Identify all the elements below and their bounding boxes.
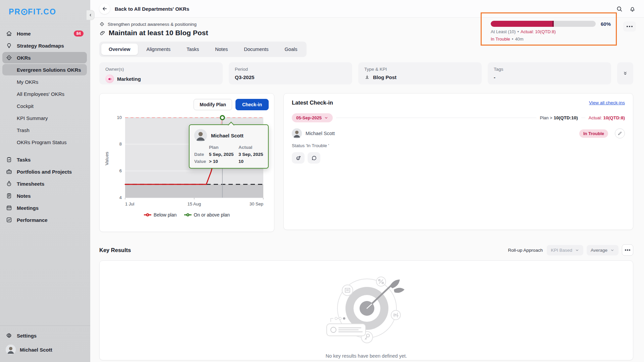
- sidebar-item-timesheets[interactable]: Timesheets: [2, 178, 87, 189]
- sidebar-user[interactable]: Michael Scott: [0, 342, 90, 357]
- comment-button[interactable]: [308, 152, 320, 164]
- sidebar-item-strategy-roadmaps[interactable]: Strategy Roadmaps: [2, 40, 87, 51]
- checkin-plan-value: 10(QTD:10): [554, 115, 578, 120]
- time-text: 40m: [515, 37, 523, 42]
- checkin-marker: [220, 116, 224, 120]
- tooltip-row-date: Date: [194, 152, 209, 157]
- tab-goals[interactable]: Goals: [277, 44, 305, 55]
- modify-plan-button[interactable]: Modify Plan: [194, 99, 232, 110]
- y-tick: 6: [119, 168, 122, 173]
- sidebar-item-label: Home: [17, 31, 31, 37]
- progress-chart-card: Modify Plan Check-in: [99, 93, 274, 232]
- checkin-plan-label: Plan >: [540, 115, 552, 120]
- checkin-status-text: Status 'In Trouble ': [292, 143, 625, 148]
- sidebar-item-label: OKRs Program Status: [17, 139, 66, 145]
- x-tick: 1 Jul: [125, 201, 135, 206]
- chart-legend: Below plan On or above plan: [100, 212, 274, 218]
- owner-card[interactable]: Owner(s) Marketing: [99, 62, 223, 84]
- key-results-more-button[interactable]: [622, 244, 633, 256]
- objective-more-button[interactable]: [623, 21, 636, 32]
- checkin-date-dropdown[interactable]: 05-Sep-2025: [292, 113, 333, 122]
- sidebar-item-performance[interactable]: Performance: [2, 214, 87, 226]
- type-kpi-card[interactable]: Type & KPI Blog Post: [358, 62, 482, 84]
- checkin-actual-value: 10(QTD:8): [603, 115, 625, 120]
- tooltip-col-actual: Actual: [238, 145, 268, 150]
- x-tick: 30 Sep: [250, 201, 263, 206]
- sidebar-item-evergreen-solutions-okrs[interactable]: Evergreen Solutions OKRs: [2, 64, 87, 75]
- briefcase-icon: [6, 168, 12, 175]
- sidebar-item-okrs-program-status[interactable]: OKRs Program Status: [2, 136, 87, 148]
- double-chevron-down-icon: [622, 70, 628, 76]
- chevron-down-icon: [610, 248, 614, 252]
- sidebar-item-label: Performance: [17, 217, 48, 223]
- logo-text-pre: PR: [9, 7, 21, 16]
- bell-icon[interactable]: [629, 5, 636, 12]
- sidebar-item-all-employees-okrs[interactable]: All Employees' OKRs: [2, 88, 87, 100]
- tab-overview[interactable]: Overview: [101, 44, 138, 55]
- gear-icon: [6, 332, 12, 339]
- page-title: Maintain at least 10 Blog Post: [109, 29, 208, 37]
- tab-documents[interactable]: Documents: [236, 44, 276, 55]
- chevron-down-icon: [324, 116, 328, 120]
- tooltip-actual-date: 3 Sep, 2025: [238, 152, 268, 157]
- arrow-left-icon: [102, 6, 108, 12]
- add-reaction-button[interactable]: [292, 152, 305, 164]
- calendar-icon: [6, 204, 12, 211]
- type-kpi-label: Type & KPI: [364, 67, 476, 72]
- sidebar-item-home[interactable]: Home 84: [2, 28, 87, 39]
- profitco-logo: PRFIT.CO: [0, 0, 90, 16]
- y-tick: 4: [119, 195, 122, 200]
- back-button[interactable]: [99, 3, 110, 14]
- search-icon[interactable]: [616, 5, 623, 12]
- empty-state-target-illustration: [324, 274, 409, 347]
- sidebar-collapse-button[interactable]: [87, 10, 95, 20]
- checkin-user-name: Michael Scott: [306, 131, 335, 136]
- period-label: Period: [235, 67, 346, 72]
- sidebar-item-kpi-summary[interactable]: KPI Summary: [2, 112, 87, 124]
- sidebar-item-label: Timesheets: [17, 181, 44, 187]
- sidebar-item-meetings[interactable]: Meetings: [2, 202, 87, 214]
- period-value: Q3-2025: [235, 74, 254, 80]
- tooltip-row-value: Value: [194, 159, 209, 164]
- sidebar-item-notes[interactable]: Notes: [2, 190, 87, 201]
- sidebar-item-my-okrs[interactable]: My OKRs: [2, 76, 87, 87]
- sidebar-item-portfolios-and-projects[interactable]: Portfolios and Projects: [2, 166, 87, 177]
- tab-tasks[interactable]: Tasks: [179, 44, 206, 55]
- divider: [581, 118, 585, 118]
- view-all-checkins-link[interactable]: View all check-ins: [589, 100, 625, 105]
- tab-alignments[interactable]: Alignments: [139, 44, 178, 55]
- sidebar-item-label: Settings: [17, 333, 37, 339]
- rollup-method-dropdown[interactable]: KPI Based: [547, 245, 583, 255]
- sidebar-item-label: My OKRs: [17, 79, 38, 85]
- edit-checkin-button[interactable]: [615, 128, 625, 138]
- sidebar-item-label: Notes: [17, 193, 31, 199]
- legend-marker-red: [144, 213, 151, 217]
- divider: [336, 118, 537, 118]
- back-label[interactable]: Back to All Departments' OKRs: [115, 6, 189, 12]
- tab-notes[interactable]: Notes: [208, 44, 235, 55]
- bullet-separator: •: [512, 37, 514, 42]
- period-card[interactable]: Period Q3-2025: [229, 62, 352, 84]
- aggregation-dropdown[interactable]: Average: [587, 245, 619, 255]
- sidebar-item-cockpit[interactable]: Cockpit: [2, 100, 87, 112]
- sidebar-item-trash[interactable]: Trash: [2, 124, 87, 136]
- sidebar-item-tasks[interactable]: Tasks: [2, 154, 87, 165]
- bullet-separator: •: [517, 29, 519, 34]
- key-results-empty-card: No key results have been defined yet.: [99, 260, 633, 360]
- sidebar-item-okrs[interactable]: OKRs: [2, 52, 87, 63]
- tooltip-plan-value: > 10: [209, 159, 238, 164]
- expand-details-button[interactable]: [617, 62, 633, 84]
- check-in-button[interactable]: Check-in: [235, 99, 269, 110]
- rollup-approach-label: Roll-up Approach: [508, 248, 543, 253]
- legend-label: On or above plan: [194, 212, 230, 218]
- pencil-icon: [618, 131, 622, 136]
- tooltip-user-name: Michael Scott: [211, 133, 244, 138]
- sidebar-item-settings[interactable]: Settings: [2, 330, 87, 341]
- stopwatch-icon: [6, 180, 12, 187]
- checkin-date: 05-Sep-2025: [296, 115, 322, 120]
- progress-bar: [491, 21, 596, 27]
- tags-card[interactable]: Tags -: [488, 62, 611, 84]
- home-icon: [6, 30, 12, 37]
- key-results-title: Key Results: [99, 247, 131, 253]
- y-axis-label: Values: [104, 152, 109, 166]
